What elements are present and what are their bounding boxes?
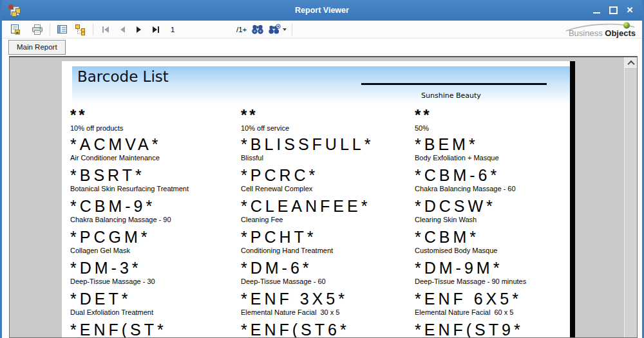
scroll-up-button[interactable] bbox=[625, 57, 637, 69]
barcode-caption: Elemental Nature Facial 60 x 5 bbox=[415, 308, 569, 316]
window-title: Report Viewer bbox=[2, 0, 642, 21]
barcode-code: *CBM-9* bbox=[70, 197, 241, 215]
group-tree-icon bbox=[75, 24, 86, 35]
barcode-item: *PCRC*Cell Renewal Complex bbox=[241, 166, 415, 197]
barcode-code: *CLEANFEE* bbox=[241, 197, 415, 215]
barcode-item: *ENF 6X5*Elemental Nature Facial 60 x 5 bbox=[415, 290, 569, 321]
barcode-item: *ENF(ST9* bbox=[415, 321, 569, 338]
toolbar-separator bbox=[292, 24, 292, 35]
window-controls: ✕ bbox=[588, 0, 638, 21]
barcode-code: *ENF(ST* bbox=[70, 321, 241, 338]
barcode-code: *ACMVA* bbox=[70, 135, 241, 153]
barcode-code: *ENF(ST9* bbox=[415, 321, 569, 338]
barcode-row: **10% off products**10% off service**50% bbox=[70, 107, 569, 135]
toolbar: /1+ bbox=[2, 21, 642, 39]
barcode-item: *CBM-9*Chakra Balancing Massage - 90 bbox=[70, 197, 241, 228]
print-report-button[interactable] bbox=[29, 23, 46, 37]
barcode-item: *DCSW*Clearing Skin Wash bbox=[415, 197, 569, 228]
barcode-row: *PCGM*Collagen Gel Mask*PCHT*Conditionin… bbox=[70, 228, 569, 259]
report-page: Barcode List Sunshine Beauty **10% off p… bbox=[62, 61, 570, 338]
barcode-code: *BSRT* bbox=[70, 166, 241, 184]
barcode-code: *DM-3* bbox=[70, 259, 241, 277]
scroll-up-icon bbox=[627, 60, 634, 67]
barcode-code: *BEM* bbox=[415, 135, 569, 153]
barcode-code: *DM-6* bbox=[241, 259, 415, 277]
barcode-caption: Customised Body Masque bbox=[415, 247, 569, 254]
last-page-button[interactable] bbox=[147, 23, 164, 37]
close-button[interactable]: ✕ bbox=[621, 3, 638, 17]
barcode-code: *ENF 3X5* bbox=[241, 290, 415, 308]
tab-main-report[interactable]: Main Report bbox=[8, 40, 66, 55]
barcode-item: *BEM*Body Exfoliation + Masque bbox=[415, 135, 569, 166]
barcode-item: *ENF 3X5*Elemental Nature Facial 30 x 5 bbox=[241, 290, 415, 321]
previous-page-button[interactable] bbox=[114, 23, 131, 37]
tab-strip: Main Report bbox=[2, 39, 642, 56]
zoom-button[interactable] bbox=[266, 23, 288, 37]
barcode-item: *CLEANFEE*Cleaning Fee bbox=[241, 197, 415, 228]
barcode-item: *DM-6*Deep-Tissue Massage - 60 bbox=[241, 259, 415, 290]
toolbar-separator bbox=[50, 24, 50, 35]
barcode-caption: Deep-Tissue Massage - 60 bbox=[241, 277, 415, 285]
barcode-item: **10% off products bbox=[70, 107, 241, 135]
barcode-row: *DET*Dual Exfoliation Treatment*ENF 3X5*… bbox=[70, 290, 569, 321]
barcode-caption: Cleaning Fee bbox=[241, 216, 415, 223]
vertical-scrollbar[interactable] bbox=[624, 57, 637, 337]
zoom-caret-icon bbox=[283, 28, 287, 31]
find-text-button[interactable] bbox=[249, 23, 266, 37]
first-page-icon bbox=[99, 25, 112, 34]
barcode-item: *ENF(ST6* bbox=[241, 321, 415, 338]
barcode-caption: Dual Exfoliation Treatment bbox=[70, 308, 241, 316]
barcode-caption: Body Exfoliation + Masque bbox=[415, 154, 569, 162]
page-number-input[interactable] bbox=[169, 24, 236, 35]
barcode-item: *DM-3*Deep-Tissue Massage - 30 bbox=[70, 259, 241, 290]
barcode-row: *BSRT*Botanical Skin Resurfacing Treatme… bbox=[70, 166, 569, 197]
barcode-caption: Deep-Tissue Massage - 90 minutes bbox=[415, 277, 569, 285]
barcode-code: *ENF(ST6* bbox=[241, 321, 415, 338]
toggle-group-tree-button[interactable] bbox=[54, 23, 71, 37]
barcode-item: **50% bbox=[415, 107, 569, 135]
maximize-button[interactable] bbox=[605, 3, 621, 17]
page-shadow bbox=[570, 61, 575, 338]
barcode-code: *ENF 6X5* bbox=[415, 290, 569, 308]
toggle-group-tree-icon bbox=[57, 24, 68, 35]
barcode-code: *CBM-6* bbox=[415, 166, 569, 184]
business-objects-logo: Business Objects bbox=[564, 21, 636, 38]
scrollbar-track[interactable] bbox=[625, 69, 637, 337]
barcode-grid: **10% off products**10% off service**50%… bbox=[70, 107, 569, 338]
barcode-item: *ENF(ST* bbox=[70, 321, 241, 338]
barcode-caption: Blissful bbox=[241, 154, 415, 162]
barcode-caption: Air Conditioner Maintenance bbox=[70, 154, 241, 162]
first-page-button[interactable] bbox=[97, 23, 114, 37]
barcode-caption: Clearing Skin Wash bbox=[415, 216, 569, 223]
barcode-row: *ACMVA*Air Conditioner Maintenance*BLISS… bbox=[70, 135, 569, 166]
barcode-item: *CBM-6*Chakra Balancing Massage - 60 bbox=[415, 166, 569, 197]
barcode-item: *ACMVA*Air Conditioner Maintenance bbox=[70, 135, 241, 166]
barcode-item: **10% off service bbox=[241, 107, 415, 135]
barcode-caption: Deep-Tissue Massage - 30 bbox=[70, 277, 241, 285]
barcode-caption: Chakra Balancing Massage - 90 bbox=[70, 216, 241, 223]
export-report-button[interactable] bbox=[7, 23, 24, 37]
business-objects-wordmark: Business Objects bbox=[569, 28, 636, 38]
barcode-code: *PCRC* bbox=[241, 166, 415, 184]
barcode-caption: Chakra Balancing Massage - 60 bbox=[415, 185, 569, 192]
barcode-code: *DET* bbox=[70, 290, 241, 308]
barcode-item: *PCGM*Collagen Gel Mask bbox=[70, 228, 241, 259]
barcode-item: *BSRT*Botanical Skin Resurfacing Treatme… bbox=[70, 166, 241, 197]
barcode-item: *DM-9M*Deep-Tissue Massage - 90 minutes bbox=[415, 259, 569, 290]
report-header-banner: Barcode List Sunshine Beauty bbox=[72, 66, 570, 104]
close-icon: ✕ bbox=[627, 3, 634, 17]
barcode-code: *BLISSFULL* bbox=[241, 135, 415, 153]
minimize-button[interactable] bbox=[588, 3, 605, 17]
barcode-caption: Botanical Skin Resurfacing Treatment bbox=[70, 185, 241, 192]
next-page-button[interactable] bbox=[131, 23, 147, 37]
barcode-row: *CBM-9*Chakra Balancing Massage - 90*CLE… bbox=[70, 197, 569, 228]
barcode-item: *BLISSFULL*Blissful bbox=[241, 135, 415, 166]
title-bar[interactable]: Report Viewer ✕ bbox=[2, 0, 642, 21]
company-name: Sunshine Beauty bbox=[421, 91, 481, 100]
header-divider-line bbox=[361, 83, 547, 85]
zoom-icon bbox=[268, 24, 281, 35]
group-tree-button[interactable] bbox=[72, 23, 89, 37]
barcode-code: ** bbox=[70, 107, 241, 124]
barcode-code: *CBM* bbox=[415, 228, 569, 246]
barcode-code: ** bbox=[415, 107, 569, 124]
